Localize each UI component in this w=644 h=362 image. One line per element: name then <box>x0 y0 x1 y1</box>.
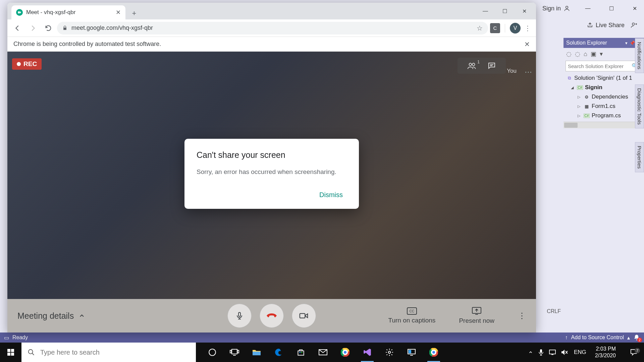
self-more-icon[interactable]: ⋯ <box>525 68 533 76</box>
notifications-bell[interactable]: 2 <box>633 334 640 341</box>
chrome-maximize-button[interactable]: ☐ <box>495 3 515 19</box>
mail-icon[interactable] <box>313 343 333 362</box>
address-bar[interactable]: meet.google.com/vhq-xgsf-qbr ☆ <box>57 22 488 35</box>
volume-muted-icon[interactable] <box>561 349 569 355</box>
forward-icon[interactable]: ◌ <box>575 50 580 58</box>
project-node[interactable]: ◢ C# Signin <box>565 83 643 92</box>
svg-rect-9 <box>7 349 10 352</box>
captions-button[interactable]: CC Turn on captions <box>388 307 436 324</box>
monitor-icon[interactable] <box>401 343 422 362</box>
captions-icon: CC <box>407 307 417 315</box>
reload-button[interactable] <box>42 21 55 35</box>
expand-icon[interactable]: ▷ <box>578 114 582 118</box>
person-add-icon[interactable] <box>631 22 637 28</box>
more-options-button[interactable]: ⋮ <box>518 311 526 320</box>
dismiss-button[interactable]: Dismiss <box>315 188 347 201</box>
language-indicator[interactable]: ENG <box>574 349 586 356</box>
tree-node-form1[interactable]: ▷ ▦ Form1.cs <box>565 102 643 111</box>
chrome-running-icon[interactable] <box>423 343 444 362</box>
vs-maximize-button[interactable]: ☐ <box>605 5 617 12</box>
chrome-minimize-button[interactable]: — <box>476 3 495 19</box>
camera-button[interactable] <box>292 304 316 328</box>
mic-button[interactable] <box>227 304 252 328</box>
vs-signin-button[interactable]: Sign in <box>542 5 570 12</box>
present-button[interactable]: Present now <box>459 307 494 324</box>
svg-rect-16 <box>230 350 231 353</box>
svg-point-3 <box>472 63 475 66</box>
vs-liveshare-button[interactable]: Live Share <box>587 22 625 29</box>
store-icon[interactable] <box>290 343 311 362</box>
dropdown-icon[interactable]: ▾ <box>623 41 629 46</box>
lock-icon[interactable] <box>62 25 67 31</box>
svg-rect-35 <box>540 349 542 353</box>
infobar-close-icon[interactable]: ✕ <box>524 40 530 48</box>
visual-studio-icon[interactable] <box>357 343 378 362</box>
svg-rect-28 <box>409 350 411 353</box>
svg-rect-5 <box>300 313 305 318</box>
window-icon: ▭ <box>4 335 9 341</box>
chrome-toolbar: meet.google.com/vhq-xgsf-qbr ☆ C V ⋮ <box>7 19 536 37</box>
chevron-up-icon[interactable]: ▴ <box>627 335 630 341</box>
clock[interactable]: 2:03 PM 2/3/2020 <box>592 346 619 359</box>
expand-icon[interactable]: ▷ <box>578 95 582 99</box>
taskbar-search[interactable] <box>21 343 196 362</box>
taskbar-search-input[interactable] <box>40 349 190 356</box>
settings-icon[interactable] <box>379 343 400 362</box>
solution-icon: ⧉ <box>566 75 572 81</box>
action-center-icon[interactable]: 7 <box>625 349 643 356</box>
vs-minimize-button[interactable]: — <box>582 5 594 11</box>
side-tab-notifications[interactable]: Notifications <box>635 38 644 73</box>
hangup-button[interactable] <box>260 304 284 328</box>
collapse-icon[interactable]: ◢ <box>571 85 575 90</box>
meet-favicon-icon <box>16 9 23 16</box>
solution-node[interactable]: ⧉ Solution 'Signin' (1 of 1 <box>565 73 643 83</box>
chat-button[interactable] <box>487 62 496 70</box>
edge-icon[interactable] <box>268 343 289 362</box>
project-label: Signin <box>585 84 602 91</box>
back-icon[interactable]: ◌ <box>566 50 572 58</box>
back-button[interactable] <box>11 21 24 35</box>
side-tab-diagnostic[interactable]: Diagnostic Tools <box>635 84 644 128</box>
solution-tree[interactable]: ⧉ Solution 'Signin' (1 of 1 ◢ C# Signin … <box>564 72 644 122</box>
profile-avatar[interactable]: V <box>510 23 521 34</box>
home-icon[interactable]: ⌂ <box>584 51 587 58</box>
browser-tab[interactable]: Meet - vhq-xgsf-qbr ✕ <box>11 5 125 19</box>
svg-point-13 <box>29 350 33 354</box>
sync-icon[interactable]: ▣ <box>591 50 596 58</box>
forward-button[interactable] <box>26 21 40 35</box>
svg-point-1 <box>632 23 635 25</box>
mic-tray-icon[interactable] <box>538 349 544 356</box>
csharp-project-icon: C# <box>577 85 583 90</box>
present-label: Present now <box>459 317 494 324</box>
cortana-icon[interactable] <box>202 343 223 362</box>
horizontal-scrollbar[interactable] <box>564 122 644 128</box>
taskview-icon[interactable] <box>224 343 245 362</box>
chrome-pinned-icon[interactable] <box>335 343 356 362</box>
add-source-control[interactable]: Add to Source Control <box>571 335 624 341</box>
tab-close-icon[interactable]: ✕ <box>116 9 121 16</box>
tree-node-dependencies[interactable]: ▷ ⚙ Dependencies <box>565 92 643 102</box>
svg-rect-17 <box>237 350 239 353</box>
bookmark-star-icon[interactable]: ☆ <box>477 24 483 32</box>
meeting-details-button[interactable]: Meeting details <box>17 311 85 321</box>
tree-node-program[interactable]: ▷ C# Program.cs <box>565 111 643 120</box>
file-explorer-icon[interactable] <box>246 343 267 362</box>
extension-badge[interactable]: C <box>490 23 500 33</box>
vs-close-button[interactable]: ✕ <box>629 5 641 12</box>
solution-search[interactable]: 🔍 ▾ <box>566 61 642 71</box>
solution-search-input[interactable] <box>568 63 632 69</box>
people-button[interactable]: 1 <box>467 62 477 70</box>
svg-rect-10 <box>11 349 14 352</box>
chrome-menu-button[interactable]: ⋮ <box>523 24 533 32</box>
solution-explorer-header[interactable]: Solution Explorer ▾ 📌 ✕ <box>564 38 644 48</box>
chevron-down-icon[interactable]: ▾ <box>600 50 603 58</box>
pin-icon[interactable]: 📌 <box>629 41 635 46</box>
new-tab-button[interactable]: + <box>128 7 140 19</box>
side-tab-properties[interactable]: Properties <box>635 142 644 172</box>
crlf-indicator[interactable]: CRLF <box>547 308 561 314</box>
chrome-close-button[interactable]: ✕ <box>515 3 534 19</box>
screen-tray-icon[interactable] <box>549 350 556 355</box>
expand-icon[interactable]: ▷ <box>578 104 582 109</box>
tray-chevron-icon[interactable] <box>528 350 533 355</box>
start-button[interactable] <box>0 343 21 362</box>
